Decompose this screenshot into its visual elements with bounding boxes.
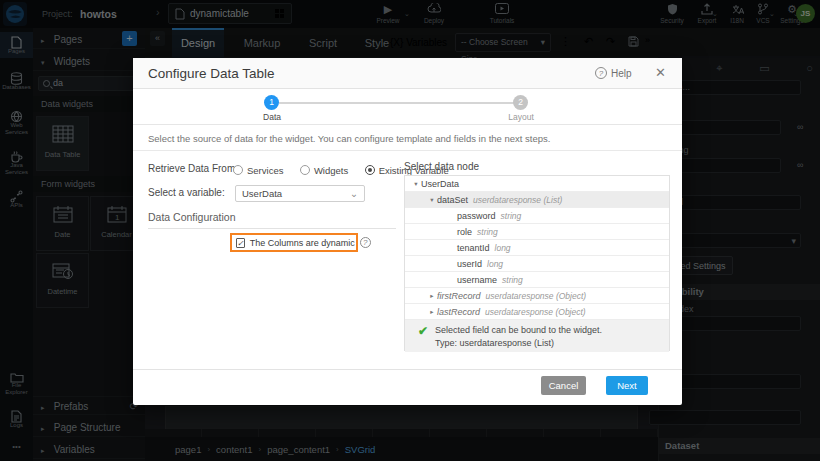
tree-row-dataset[interactable]: ▾ dataSet userdataresponse (List) bbox=[405, 192, 669, 208]
retrieve-data-label: Retrieve Data From: bbox=[148, 163, 238, 174]
success-line-2: Type: userdataresponse (List) bbox=[435, 337, 602, 350]
caret-down-icon: ⌄ bbox=[350, 186, 358, 201]
modal-title: Configure Data Table bbox=[148, 66, 275, 81]
select-variable-label: Select a variable: bbox=[148, 187, 225, 198]
modal-description: Select the source of data for the widget… bbox=[148, 133, 550, 144]
step-2-circle[interactable]: 2 bbox=[513, 95, 528, 110]
radio-icon bbox=[233, 165, 243, 175]
tree-row-password[interactable]: password string bbox=[405, 208, 669, 224]
cancel-button[interactable]: Cancel bbox=[541, 376, 586, 395]
select-data-node-label: Select data node bbox=[404, 161, 479, 172]
tree-row-role[interactable]: role string bbox=[405, 224, 669, 240]
radio-widgets[interactable]: Widgets bbox=[300, 165, 348, 176]
data-configuration-header: Data Configuration bbox=[148, 211, 236, 223]
help-question-icon[interactable]: ? bbox=[360, 237, 371, 248]
dynamic-columns-label[interactable]: The Columns are dynamic bbox=[250, 238, 355, 248]
radio-selected-icon bbox=[365, 165, 375, 175]
tree-toggle-icon[interactable]: ▸ bbox=[427, 308, 437, 316]
data-node-tree: ▾ UserData ▾ dataSet userdataresponse (L… bbox=[404, 175, 670, 351]
help-question-icon: ? bbox=[595, 67, 607, 79]
step-1-label: Data bbox=[242, 112, 302, 122]
step-1-circle[interactable]: 1 bbox=[264, 95, 279, 110]
success-line-1: Selected field can be bound to the widge… bbox=[435, 324, 602, 337]
radio-services[interactable]: Services bbox=[233, 165, 283, 176]
divider bbox=[148, 228, 396, 229]
help-link[interactable]: ? Help bbox=[595, 67, 632, 79]
tree-toggle-icon[interactable]: ▸ bbox=[427, 292, 437, 300]
radio-icon bbox=[300, 165, 310, 175]
next-button[interactable]: Next bbox=[606, 376, 648, 395]
checkbox-checked-icon[interactable]: ✓ bbox=[236, 238, 245, 248]
step-2-label: Layout bbox=[491, 112, 551, 122]
configure-data-table-modal: Configure Data Table ? Help ✕ 1 Data 2 L… bbox=[133, 58, 682, 405]
tree-toggle-icon[interactable]: ▾ bbox=[427, 196, 437, 204]
tree-row-userid[interactable]: userId long bbox=[405, 256, 669, 272]
divider bbox=[133, 369, 682, 370]
success-check-icon: ✔ bbox=[411, 324, 435, 352]
modal-title-bar: Configure Data Table ? Help ✕ bbox=[133, 58, 682, 89]
variable-select[interactable]: UserData ⌄ bbox=[235, 185, 365, 202]
step-connector bbox=[279, 102, 520, 104]
close-icon[interactable]: ✕ bbox=[655, 65, 666, 80]
tree-row-firstrecord[interactable]: ▸ firstRecord userdataresponse (Object) bbox=[405, 288, 669, 304]
tree-toggle-icon[interactable]: ▾ bbox=[411, 180, 421, 188]
tree-row-tenantid[interactable]: tenantId long bbox=[405, 240, 669, 256]
wizard-steps: 1 Data 2 Layout bbox=[133, 89, 682, 125]
dynamic-columns-highlight: ✓ The Columns are dynamic ? bbox=[230, 233, 358, 252]
divider bbox=[133, 150, 682, 151]
tree-row-userdata[interactable]: ▾ UserData bbox=[405, 176, 669, 192]
binding-success-message: ✔ Selected field can be bound to the wid… bbox=[405, 320, 669, 352]
tree-row-username[interactable]: username string bbox=[405, 272, 669, 288]
tree-row-lastrecord[interactable]: ▸ lastRecord userdataresponse (Object) bbox=[405, 304, 669, 320]
